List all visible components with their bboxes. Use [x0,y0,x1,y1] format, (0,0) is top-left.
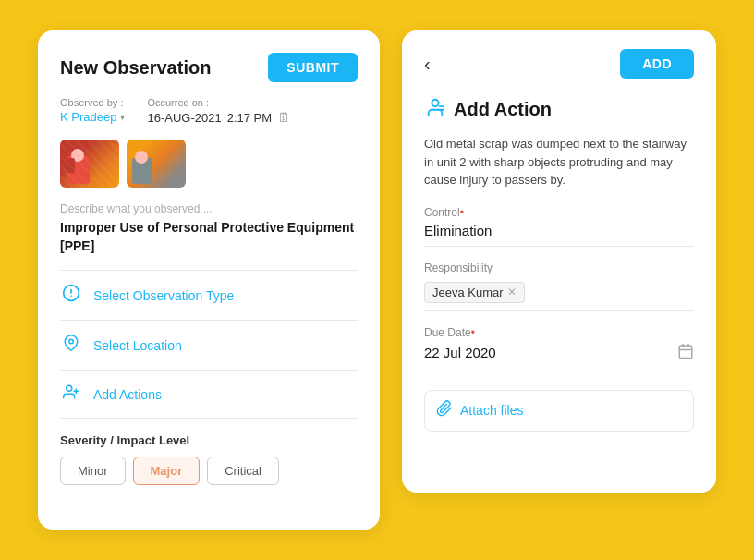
add-action-heading: Add Action [454,99,552,120]
occurred-on-group: Occurred on : 16-AUG-2021 2:17 PM 🗓 [147,97,290,125]
back-button[interactable]: ‹ [424,55,431,73]
remove-tag-icon[interactable]: ✕ [507,286,517,298]
new-observation-card: New Observation SUBMIT Observed by : K P… [38,30,380,530]
submit-button[interactable]: SUBMIT [268,53,358,82]
select-location-label: Select Location [93,338,182,353]
control-field: Control• Elimination [424,206,694,247]
card-header: New Observation SUBMIT [60,53,358,82]
observed-by-value[interactable]: K Pradeep ▾ [60,110,125,124]
chevron-down-icon: ▾ [120,112,125,122]
observed-by-group: Observed by : K Pradeep ▾ [60,97,125,125]
observation-description: Old metal scrap was dumped next to the s… [424,135,694,189]
responsibility-field: Responsibility Jeeva Kumar ✕ [424,262,694,311]
attach-files-row[interactable]: Attach files [424,390,694,432]
svg-rect-10 [679,346,692,359]
svg-point-7 [432,100,438,106]
severity-buttons: Minor Major Critical [60,457,358,485]
observation-type-icon [60,284,82,307]
add-actions-row[interactable]: Add Actions [60,371,358,419]
occurred-on-value: 16-AUG-2021 2:17 PM 🗓 [147,110,290,125]
responsibility-tags: Jeeva Kumar ✕ [424,278,694,303]
observed-by-label: Observed by : [60,97,125,108]
severity-title: Severity / Impact Level [60,433,358,447]
attach-files-label: Attach files [460,403,523,418]
add-actions-icon [60,383,82,405]
calendar-icon[interactable]: 🗓 [277,110,290,125]
person-lines-icon [424,97,446,122]
responsibility-tag[interactable]: Jeeva Kumar ✕ [424,282,525,303]
svg-point-3 [69,339,74,344]
due-date-label: Due Date• [424,326,694,339]
due-date-value: 22 Jul 2020 [424,345,496,360]
control-label: Control• [424,206,694,219]
photos-row [60,140,358,188]
add-button[interactable]: ADD [620,49,694,79]
describe-label: Describe what you observed ... [60,202,358,215]
required-marker: • [460,206,464,219]
meta-row: Observed by : K Pradeep ▾ Occurred on : … [60,97,358,125]
due-date-calendar-icon[interactable] [677,343,694,363]
svg-point-4 [67,385,72,391]
add-action-card: ‹ ADD Add Action Old metal scrap was dum… [402,30,716,493]
due-date-required-marker: • [471,326,475,339]
paperclip-icon [436,400,453,421]
due-date-field: Due Date• 22 Jul 2020 [424,326,694,371]
severity-section: Severity / Impact Level Minor Major Crit… [60,433,358,485]
card-title: New Observation [60,57,211,79]
photo-thumb-2[interactable] [127,140,186,188]
describe-text: Improper Use of Personal Protective Equi… [60,219,358,255]
due-date-row: 22 Jul 2020 [424,343,694,371]
severity-major-button[interactable]: Major [133,457,201,485]
select-observation-type-label: Select Observation Type [93,288,234,303]
severity-minor-button[interactable]: Minor [60,457,126,485]
severity-critical-button[interactable]: Critical [207,457,279,485]
add-actions-label: Add Actions [93,387,162,402]
responsibility-label: Responsibility [424,262,694,274]
control-value[interactable]: Elimination [424,223,694,247]
location-icon [60,334,82,357]
add-action-title: Add Action [424,97,694,122]
right-header: ‹ ADD [424,49,694,79]
select-observation-type-row[interactable]: Select Observation Type [60,271,358,321]
select-location-row[interactable]: Select Location [60,321,358,371]
photo-thumb-1[interactable] [60,140,119,188]
occurred-on-label: Occurred on : [147,97,290,108]
